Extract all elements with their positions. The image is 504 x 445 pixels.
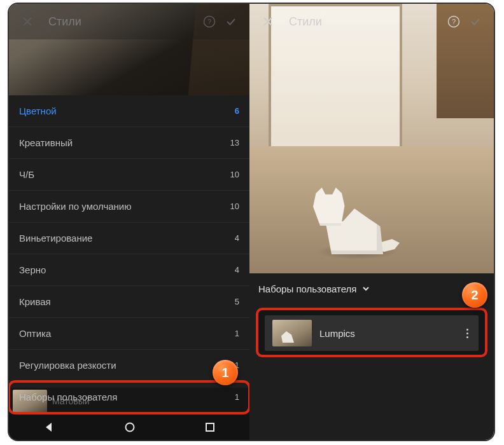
header-title-left: Стили	[48, 15, 81, 29]
svg-rect-3	[206, 423, 214, 431]
category-count: 4	[235, 233, 239, 243]
category-count: 10	[230, 170, 239, 179]
nav-back-icon[interactable]	[43, 421, 55, 433]
header-bar-left: Стили ?	[9, 4, 249, 39]
category-label: Оптика	[19, 328, 51, 339]
preset-row-lumpics[interactable]: Lumpics	[265, 315, 479, 351]
category-count: 10	[230, 202, 239, 211]
chevron-down-icon	[361, 284, 370, 293]
preset-name: Lumpics	[319, 328, 463, 339]
style-category-list: Цветной 6 Креативный 13 Ч/Б 10 Настройки…	[9, 95, 249, 440]
header-title-right: Стили	[289, 15, 322, 29]
category-count: 1	[235, 392, 239, 402]
category-grain[interactable]: Зерно 4	[9, 254, 249, 286]
category-label: Наборы пользователя	[19, 392, 117, 402]
preset-section-dropdown[interactable]: Наборы пользователя	[249, 273, 494, 304]
confirm-icon[interactable]	[220, 11, 242, 32]
preview-image-right	[249, 4, 494, 273]
category-curve[interactable]: Кривая 5	[9, 286, 249, 318]
category-count: 13	[230, 138, 239, 147]
user-preset-highlight: Lumpics	[256, 308, 487, 357]
cat-figure	[313, 172, 396, 254]
category-count: 1	[235, 329, 239, 338]
section-label: Наборы пользователя	[258, 284, 356, 294]
category-count: 5	[235, 297, 239, 306]
android-nav-bar	[9, 414, 249, 440]
help-icon[interactable]: ?	[199, 11, 220, 32]
category-label: Креативный	[19, 137, 73, 148]
category-label: Виньетирование	[19, 233, 92, 243]
annotation-badge-1: 1	[213, 360, 238, 385]
svg-point-2	[125, 423, 134, 432]
category-vignette[interactable]: Виньетирование 4	[9, 222, 249, 254]
nav-home-icon[interactable]	[124, 421, 136, 433]
close-icon[interactable]	[257, 11, 279, 32]
category-user-presets[interactable]: Наборы пользователя 1	[9, 381, 249, 413]
confirm-icon[interactable]	[465, 11, 486, 32]
category-optics[interactable]: Оптика 1	[9, 318, 249, 350]
category-label: Кривая	[19, 296, 51, 307]
category-count: 4	[235, 265, 239, 275]
category-label: Настройки по умолчанию	[19, 201, 132, 212]
help-icon[interactable]: ?	[443, 11, 465, 32]
svg-text:?: ?	[452, 18, 456, 25]
preset-thumbnail	[272, 320, 312, 346]
annotation-badge-2: 2	[462, 282, 487, 308]
category-label: Зерно	[19, 264, 46, 275]
close-icon[interactable]	[17, 11, 38, 32]
category-bw[interactable]: Ч/Б 10	[9, 159, 249, 191]
nav-recent-icon[interactable]	[205, 422, 215, 432]
category-color[interactable]: Цветной 6	[9, 95, 249, 127]
header-bar-right: Стили ?	[249, 4, 494, 39]
category-label: Ч/Б	[19, 169, 34, 180]
category-defaults[interactable]: Настройки по умолчанию 10	[9, 191, 249, 222]
category-label: Цветной	[19, 106, 57, 116]
category-creative[interactable]: Креативный 13	[9, 127, 249, 159]
category-label: Регулировка резкости	[19, 360, 116, 371]
more-options-icon[interactable]	[463, 329, 472, 338]
tutorial-frame: Стили ? Цветной 6 Креативный 13 Ч/Б 10	[8, 3, 495, 441]
right-screenshot: Стили ? Наборы пользователя Lumpics	[249, 4, 494, 440]
category-count: 6	[235, 106, 239, 116]
svg-text:?: ?	[207, 18, 211, 25]
